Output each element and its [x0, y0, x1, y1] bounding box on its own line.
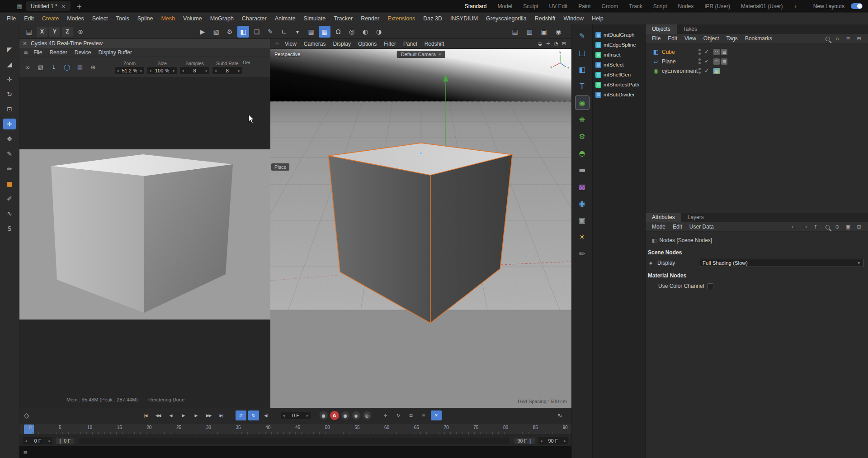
- object-row-plane[interactable]: ▱ Plane ✓ ◠ ▨: [646, 57, 868, 66]
- channel-toggle[interactable]: ✛: [380, 410, 391, 420]
- playback-button[interactable]: ◀: [165, 410, 176, 420]
- preview-icon[interactable]: ↓: [49, 63, 58, 72]
- hamburger-icon[interactable]: ≡: [23, 449, 28, 455]
- material-item[interactable]: ▦ mtSelect: [593, 60, 645, 70]
- menu-item[interactable]: Redshift: [531, 13, 560, 25]
- viewport-canvas[interactable]: y x z Perspective Default Camera ▾ Place…: [270, 49, 571, 408]
- coordinate-system-icon[interactable]: ⊕: [75, 26, 86, 38]
- hamburger-icon[interactable]: ≡: [273, 41, 281, 47]
- visibility-dots[interactable]: [696, 49, 703, 55]
- view-label[interactable]: Perspective: [274, 52, 300, 57]
- keyframe-icon[interactable]: ◇: [24, 411, 29, 420]
- objects-menu-bookmarks[interactable]: Bookmarks: [741, 34, 776, 43]
- tool-icon[interactable]: ■: [3, 178, 16, 189]
- layout-tab[interactable]: Model: [493, 2, 517, 10]
- axis-z-button[interactable]: Z: [62, 27, 73, 37]
- toolbar-icon[interactable]: ◧: [237, 26, 249, 38]
- panel-tab[interactable]: Takes: [677, 24, 703, 34]
- display-mode-dropdown[interactable]: Full Shading (Slow) ▾: [699, 259, 863, 267]
- close-icon[interactable]: ×: [61, 3, 66, 10]
- material-item[interactable]: ▧ mtShortestPath: [593, 80, 645, 90]
- palette-icon[interactable]: ▣: [576, 213, 589, 227]
- close-icon[interactable]: ×: [23, 40, 27, 47]
- preview-menu-display-buffer[interactable]: Display Buffer: [94, 48, 135, 57]
- panel-icon[interactable]: ⊞: [855, 223, 863, 230]
- tool-icon[interactable]: ✐: [3, 193, 16, 204]
- preview-icon[interactable]: ▥: [75, 63, 85, 72]
- toolbar-icon[interactable]: ◉: [552, 26, 564, 38]
- objects-menu-file[interactable]: File: [648, 34, 664, 43]
- menu-item[interactable]: Render: [357, 13, 383, 25]
- menu-item[interactable]: Extensions: [383, 13, 419, 25]
- layout-toggle[interactable]: [851, 3, 863, 9]
- viewport-menu-cameras[interactable]: Cameras: [300, 39, 330, 49]
- stepper-left-icon[interactable]: ◂: [147, 68, 153, 73]
- toolbar-icon[interactable]: ⚙: [224, 26, 236, 38]
- field-value[interactable]: 8: [218, 68, 236, 73]
- toolbar-icon[interactable]: ▥: [524, 26, 535, 38]
- menu-item[interactable]: Daz 3D: [419, 13, 446, 25]
- panel-tab[interactable]: Layers: [681, 213, 710, 222]
- tool-icon[interactable]: ∿: [3, 208, 16, 219]
- record-button[interactable]: ◉: [352, 411, 361, 420]
- visibility-dots[interactable]: [696, 68, 703, 74]
- playback-button[interactable]: ◀◀: [153, 410, 164, 420]
- stepper-right-icon[interactable]: ▸: [171, 68, 177, 73]
- menu-item[interactable]: MoGraph: [206, 13, 238, 25]
- record-button[interactable]: ●: [319, 411, 328, 420]
- range-start-stepper[interactable]: ◂ 0 F ▸: [23, 437, 52, 444]
- field-value[interactable]: 8: [186, 68, 204, 73]
- viewport-icon[interactable]: ⊞: [562, 41, 566, 47]
- menu-item[interactable]: Help: [588, 13, 608, 25]
- stepper-left-icon[interactable]: ◂: [23, 439, 29, 443]
- field-value[interactable]: 51.2 %: [121, 68, 139, 73]
- panel-icon[interactable]: [823, 35, 830, 42]
- menu-item[interactable]: File: [3, 13, 20, 25]
- preview-menu-device[interactable]: Device: [71, 48, 95, 57]
- material-tag-icon[interactable]: ▨: [721, 58, 727, 65]
- toolbar-icon[interactable]: ❏: [251, 26, 263, 38]
- channel-toggle[interactable]: ✕: [431, 410, 442, 420]
- tool-icon[interactable]: ✛: [3, 74, 16, 85]
- record-button[interactable]: ◎: [363, 411, 372, 420]
- menu-item[interactable]: Edit: [20, 13, 38, 25]
- play-mode-button[interactable]: ◀): [261, 410, 272, 420]
- menu-item[interactable]: INSYDIUM: [446, 13, 482, 25]
- preview-menu-file[interactable]: File: [30, 48, 46, 57]
- channel-toggle[interactable]: ≡: [418, 410, 429, 420]
- panel-icon[interactable]: ≣: [844, 35, 852, 42]
- palette-icon[interactable]: ▩: [576, 180, 589, 193]
- channel-toggle[interactable]: ↻: [393, 410, 404, 420]
- playback-button[interactable]: ▶▶: [203, 410, 214, 420]
- hamburger-icon[interactable]: ≡: [22, 49, 30, 56]
- panel-icon[interactable]: ▣: [844, 223, 852, 230]
- panel-icon[interactable]: ⌂: [834, 35, 841, 42]
- stepper-right-icon[interactable]: ▸: [305, 413, 311, 418]
- play-mode-button[interactable]: ↻: [248, 410, 259, 420]
- toolbar-icon[interactable]: ✎: [264, 26, 276, 38]
- palette-icon[interactable]: ✏: [576, 247, 589, 260]
- layout-tab[interactable]: Material01 (User): [736, 2, 788, 10]
- tool-icon[interactable]: S: [3, 223, 16, 234]
- objects-menu-object[interactable]: Object: [700, 34, 723, 43]
- toolbar-icon[interactable]: ▶: [197, 26, 208, 38]
- panel-icon[interactable]: →: [801, 223, 808, 230]
- stepper-right-icon[interactable]: ▸: [204, 68, 210, 73]
- stepper-right-icon[interactable]: ▸: [562, 439, 568, 443]
- tool-icon[interactable]: ✏: [3, 163, 16, 174]
- enabled-check-icon[interactable]: ✓: [703, 58, 711, 64]
- viewport-menu-display[interactable]: Display: [330, 39, 354, 49]
- objects-menu-view[interactable]: View: [681, 34, 700, 43]
- preview-icon[interactable]: ▧: [36, 63, 45, 72]
- layout-tab[interactable]: Script: [649, 2, 672, 10]
- toolbar-icon[interactable]: ▦: [305, 26, 317, 38]
- palette-icon[interactable]: ◧: [576, 62, 589, 76]
- record-button[interactable]: A: [330, 411, 339, 420]
- layout-tab[interactable]: Nodes: [674, 2, 698, 10]
- object-row-cyenvironment[interactable]: ◉ cyEnvironment ✓ ▨: [646, 66, 868, 76]
- enabled-check-icon[interactable]: ✓: [703, 68, 711, 74]
- tool-icon[interactable]: ✥: [3, 134, 16, 144]
- layout-tab[interactable]: Standard: [460, 2, 491, 10]
- viewport-icon[interactable]: ◒: [538, 41, 542, 47]
- panel-tab[interactable]: Attributes: [646, 213, 681, 222]
